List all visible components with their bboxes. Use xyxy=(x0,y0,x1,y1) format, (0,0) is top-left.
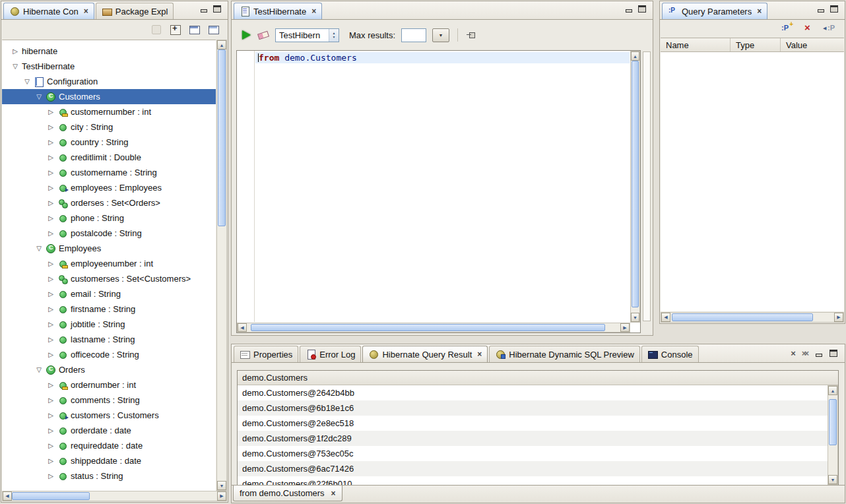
tree-item-configuration[interactable]: ▽Configuration xyxy=(2,74,216,89)
tree-item-phone[interactable]: ▷phone : String xyxy=(2,210,216,226)
expand-twistie-icon[interactable]: ▷ xyxy=(46,381,56,389)
maximize-button[interactable] xyxy=(830,5,839,13)
tab-hibernate-dynamic-sql-preview[interactable]: Hibernate Dynamic SQL Preview xyxy=(489,346,640,362)
scroll-up-button[interactable]: ▲ xyxy=(631,51,639,61)
tree-item-requireddate[interactable]: ▷requireddate : date xyxy=(2,438,216,453)
minimize-button[interactable] xyxy=(625,5,634,13)
tree-item-ordernumber[interactable]: ▷ordernumber : int xyxy=(2,377,216,393)
minimize-button[interactable] xyxy=(200,5,209,13)
hql-source-area[interactable]: from demo.Customers ▲ ▼ ◀ ▶ xyxy=(236,50,641,333)
horizontal-scrollbar[interactable]: ◀ ▶ xyxy=(237,323,630,332)
scroll-down-button[interactable]: ▼ xyxy=(217,481,226,490)
expand-twistie-icon[interactable]: ▷ xyxy=(46,199,56,206)
maximize-button[interactable] xyxy=(213,5,222,13)
scrollbar-track[interactable] xyxy=(12,491,217,501)
expand-twistie-icon[interactable]: ▷ xyxy=(46,472,56,480)
tree-item-comments[interactable]: ▷comments : String xyxy=(2,393,216,408)
expand-twistie-icon[interactable]: ▷ xyxy=(46,260,56,267)
tab-properties[interactable]: Properties xyxy=(234,346,298,362)
column-header-value[interactable]: Value xyxy=(781,38,844,51)
remove-parameter-button[interactable] xyxy=(802,23,815,34)
tree-item-employees[interactable]: ▷employees : Employees xyxy=(2,180,216,195)
tree-item-shippeddate[interactable]: ▷shippeddate : date xyxy=(2,453,216,468)
minimize-button[interactable] xyxy=(817,5,826,13)
clear-editor-button[interactable] xyxy=(257,30,269,40)
scroll-right-button[interactable]: ▶ xyxy=(620,323,630,332)
open-hql-editor-button[interactable] xyxy=(189,24,201,35)
toggle-parameters-button[interactable] xyxy=(824,23,837,34)
collapse-twistie-icon[interactable]: ▽ xyxy=(10,63,20,70)
tree-item-status[interactable]: ▷status : String xyxy=(2,468,216,484)
tree-item-hibernate[interactable]: ▷hibernate xyxy=(2,44,216,59)
query-results-rows[interactable]: demo.Customers@2642b4bbdemo.Customers@6b… xyxy=(238,385,828,485)
tree-item-customers[interactable]: ▷customers : Customers xyxy=(2,408,216,423)
scrollbar-thumb[interactable] xyxy=(829,399,837,445)
configuration-tree[interactable]: ▷hibernate▽TestHibernate▽Configuration▽C… xyxy=(2,40,216,491)
close-query-page-button[interactable]: × xyxy=(791,348,796,358)
tree-item-firstname[interactable]: ▷firstname : String xyxy=(2,301,216,317)
tree-item-orderdate[interactable]: ▷orderdate : date xyxy=(2,423,216,438)
scrollbar-thumb[interactable] xyxy=(218,49,226,226)
close-icon[interactable]: × xyxy=(477,350,482,359)
result-row[interactable]: demo.Customers@753ec05c xyxy=(238,446,828,461)
tab-console[interactable]: Console xyxy=(641,346,699,362)
tree-item-employees[interactable]: ▽Employees xyxy=(2,241,216,256)
tree-item-customername[interactable]: ▷customername : String xyxy=(2,165,216,180)
hql-text-area[interactable]: from demo.Customers xyxy=(255,51,630,322)
tab-hibernate-configurations[interactable]: Hibernate Con × xyxy=(3,3,94,19)
expand-twistie-icon[interactable]: ▷ xyxy=(46,169,56,176)
spinner-arrows-icon[interactable]: ▲▼ xyxy=(329,29,339,42)
collapse-twistie-icon[interactable]: ▽ xyxy=(34,93,44,100)
scroll-down-button[interactable]: ▼ xyxy=(828,475,837,484)
result-row[interactable]: demo.Customers@22f6b010 xyxy=(238,476,828,485)
run-hql-button[interactable] xyxy=(241,30,251,40)
column-header-type[interactable]: Type xyxy=(731,38,781,51)
close-icon[interactable]: × xyxy=(331,489,336,498)
expand-twistie-icon[interactable]: ▷ xyxy=(46,427,56,434)
expand-twistie-icon[interactable]: ▷ xyxy=(46,154,56,161)
tab-package-explorer[interactable]: Package Expl xyxy=(96,3,174,19)
scrollbar-track[interactable] xyxy=(828,395,837,475)
scroll-up-button[interactable]: ▲ xyxy=(217,40,226,49)
scrollbar-thumb[interactable] xyxy=(251,324,606,331)
expand-twistie-icon[interactable]: ▷ xyxy=(46,123,56,131)
scrollbar-thumb[interactable] xyxy=(12,492,90,500)
expand-twistie-icon[interactable]: ▷ xyxy=(46,275,56,282)
hql-query-line[interactable]: from demo.Customers xyxy=(258,53,357,63)
query-page-tab[interactable]: from demo.Customers × xyxy=(233,486,342,501)
scroll-up-button[interactable]: ▲ xyxy=(828,386,837,395)
close-icon[interactable]: × xyxy=(311,7,316,16)
tree-item-orderses[interactable]: ▷orderses : Set<Orders> xyxy=(2,195,216,210)
scroll-right-button[interactable]: ▶ xyxy=(217,491,226,501)
close-icon[interactable]: × xyxy=(84,7,88,16)
tree-item-jobtitle[interactable]: ▷jobtitle : String xyxy=(2,317,216,332)
tree-item-officecode[interactable]: ▷officecode : String xyxy=(2,347,216,362)
add-configuration-button[interactable] xyxy=(170,24,181,35)
vertical-scrollbar[interactable]: ▲ ▼ xyxy=(828,385,838,485)
open-criteria-editor-button[interactable] xyxy=(208,24,220,35)
tab-testhibernate[interactable]: TestHibernate × xyxy=(234,3,322,19)
vertical-scrollbar[interactable]: ▲ ▼ xyxy=(216,40,227,491)
minimize-button[interactable] xyxy=(815,350,824,357)
tree-item-postalcode[interactable]: ▷postalcode : String xyxy=(2,226,216,241)
result-row[interactable]: demo.Customers@2642b4bb xyxy=(238,385,828,400)
tree-item-customerses[interactable]: ▷customerses : Set<Customers> xyxy=(2,271,216,286)
maximize-button[interactable] xyxy=(830,350,838,357)
collapse-twistie-icon[interactable]: ▽ xyxy=(34,366,44,373)
result-row[interactable]: demo.Customers@6ac71426 xyxy=(238,461,828,476)
scroll-down-button[interactable]: ▼ xyxy=(631,313,639,322)
expand-twistie-icon[interactable]: ▷ xyxy=(46,139,56,146)
scrollbar-track[interactable] xyxy=(670,313,834,322)
scroll-right-button[interactable]: ▶ xyxy=(834,313,843,322)
expand-twistie-icon[interactable]: ▷ xyxy=(46,108,56,115)
scroll-left-button[interactable]: ◀ xyxy=(661,313,670,322)
tree-item-customernumber[interactable]: ▷customernumber : int xyxy=(2,104,216,119)
scrollbar-track[interactable] xyxy=(247,323,620,332)
expand-twistie-icon[interactable]: ▷ xyxy=(46,290,56,298)
tree-item-customers[interactable]: ▽Customers xyxy=(2,89,216,104)
expand-twistie-icon[interactable]: ▷ xyxy=(46,214,56,222)
max-results-input[interactable] xyxy=(401,28,426,42)
tree-item-city[interactable]: ▷city : String xyxy=(2,119,216,135)
tree-item-creditlimit[interactable]: ▷creditlimit : Double xyxy=(2,150,216,165)
tree-item-lastname[interactable]: ▷lastname : String xyxy=(2,332,216,347)
